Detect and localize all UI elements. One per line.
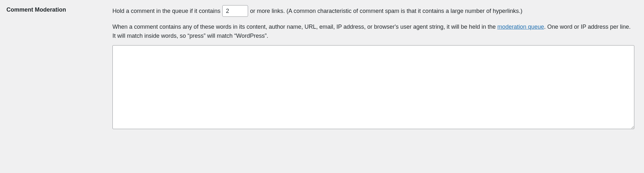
max-links-label-after: or more links. (A common characteristic … xyxy=(250,6,522,16)
moderation-queue-link[interactable]: moderation queue xyxy=(497,24,544,30)
moderation-keys-textarea[interactable] xyxy=(112,45,634,129)
max-links-label-before: Hold a comment in the queue if it contai… xyxy=(112,6,220,16)
moderation-keys-description: When a comment contains any of these wor… xyxy=(112,23,634,41)
section-heading-comment-moderation: Comment Moderation xyxy=(6,5,112,132)
max-links-row: Hold a comment in the queue if it contai… xyxy=(112,5,634,17)
moderation-keys-desc-part1: When a comment contains any of these wor… xyxy=(112,24,497,30)
max-links-input[interactable] xyxy=(222,5,248,17)
